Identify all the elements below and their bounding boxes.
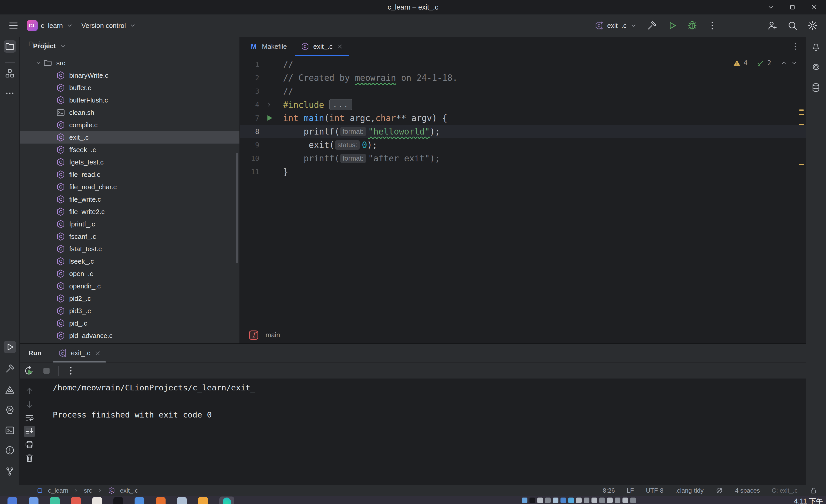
tree-item-pid2-c[interactable]: Cpid2_.c bbox=[20, 292, 239, 305]
run-config-status[interactable]: C: exit_.c bbox=[772, 487, 798, 494]
tray-icon-15[interactable] bbox=[630, 498, 636, 503]
dock-icon-file-manager[interactable] bbox=[29, 497, 39, 504]
close-tab-icon[interactable] bbox=[336, 43, 344, 50]
dock-icon-blue-panel-app[interactable] bbox=[134, 497, 144, 504]
tool-strip-more-tool-windows-button[interactable] bbox=[4, 87, 16, 100]
more-actions-icon[interactable] bbox=[707, 20, 718, 31]
tab-makefile[interactable]: M Makefile bbox=[242, 37, 294, 56]
code-line-10[interactable]: 10 printf(format:"after exit"); bbox=[240, 151, 806, 165]
code-line-11[interactable]: 11} bbox=[240, 165, 806, 178]
minimize-icon[interactable] bbox=[767, 3, 775, 11]
console-next-occurrence-button[interactable] bbox=[24, 399, 35, 410]
tree-item-src[interactable]: src bbox=[20, 57, 239, 69]
run-config-selector[interactable]: C exit_.c bbox=[594, 20, 638, 31]
rerun-icon[interactable] bbox=[23, 365, 35, 376]
code-line-2[interactable]: 2// Created by meowrain on 24-1-18. bbox=[240, 71, 806, 84]
tool-strip-project-button[interactable] bbox=[4, 40, 16, 53]
tray-icon-14[interactable] bbox=[623, 498, 628, 503]
tool-strip-problems-button[interactable] bbox=[4, 444, 16, 456]
console-prev-occurrence-button[interactable] bbox=[24, 385, 35, 396]
tree-item-clean-sh[interactable]: clean.sh bbox=[20, 106, 239, 119]
tool-strip-version-control-button[interactable] bbox=[4, 465, 16, 478]
tree-item-file-read-c[interactable]: Cfile_read.c bbox=[20, 168, 239, 181]
code-line-1[interactable]: 1// bbox=[240, 58, 806, 71]
code-text[interactable]: // bbox=[283, 86, 293, 96]
system-clock[interactable]: 4:11 下午 bbox=[794, 497, 823, 504]
tool-strip-notifications-button[interactable] bbox=[810, 40, 822, 53]
breadcrumb-file[interactable]: exit_.c bbox=[120, 487, 138, 494]
warning-stripe[interactable] bbox=[799, 110, 804, 111]
build-icon[interactable] bbox=[646, 20, 658, 31]
code-editor[interactable]: 1//2// Created by meowrain on 24-1-18.3/… bbox=[240, 56, 806, 327]
file-encoding[interactable]: UTF-8 bbox=[646, 487, 663, 494]
prev-problem-icon[interactable] bbox=[780, 59, 788, 67]
console-output[interactable]: /home/meowrain/CLionProjects/c_learn/exi… bbox=[39, 379, 255, 485]
tray-icon-11[interactable] bbox=[599, 498, 605, 503]
settings-icon[interactable] bbox=[807, 20, 818, 31]
tree-item-bufferFlush-c[interactable]: CbufferFlush.c bbox=[20, 94, 239, 106]
tray-icon-7[interactable] bbox=[568, 498, 574, 503]
code-text[interactable]: int main(int argc,char** argv) { bbox=[283, 113, 447, 123]
code-line-7[interactable]: 7int main(int argc,char** argv) { bbox=[240, 111, 806, 125]
dock-icon-editor-app[interactable] bbox=[92, 497, 102, 504]
unlock-icon[interactable] bbox=[810, 487, 817, 494]
run-panel-title[interactable]: Run bbox=[28, 349, 42, 357]
dock-icon-teal-egg-app[interactable] bbox=[50, 497, 60, 504]
vcs-widget[interactable]: Version control bbox=[81, 22, 137, 30]
code-with-me-icon[interactable] bbox=[767, 20, 778, 31]
tree-item-ffseek-c[interactable]: Cffseek_.c bbox=[20, 143, 239, 156]
tray-icon-2[interactable] bbox=[529, 498, 535, 503]
tree-item-fgets-test-c[interactable]: Cfgets_test.c bbox=[20, 156, 239, 168]
dock-icon-chrome[interactable] bbox=[71, 497, 81, 504]
tray-icon-3[interactable] bbox=[537, 498, 543, 503]
tool-strip-database-button[interactable] bbox=[810, 81, 822, 94]
code-text[interactable]: #include ... bbox=[283, 99, 352, 110]
breadcrumb-src[interactable]: src bbox=[84, 487, 92, 494]
project-scrollbar[interactable] bbox=[236, 153, 238, 263]
code-text[interactable]: _exit(status:0); bbox=[283, 140, 377, 150]
tab-exit-c[interactable]: C exit_.c bbox=[294, 37, 350, 56]
tool-strip-structure-button[interactable] bbox=[4, 67, 16, 79]
tree-item-file-write-c[interactable]: Cfile_write.c bbox=[20, 193, 239, 205]
warning-stripe[interactable] bbox=[799, 164, 804, 165]
tree-item-pid-c[interactable]: Cpid_.c bbox=[20, 317, 239, 329]
tray-icon-10[interactable] bbox=[591, 498, 597, 503]
function-name[interactable]: main bbox=[266, 331, 280, 339]
dock-icon-character-app[interactable] bbox=[177, 497, 187, 504]
dock-icon-window-switcher[interactable] bbox=[7, 497, 17, 504]
tray-icon-6[interactable] bbox=[560, 498, 566, 503]
tool-strip-ai-assistant-button[interactable] bbox=[810, 61, 822, 73]
tree-item-file-read-char-c[interactable]: Cfile_read_char.c bbox=[20, 181, 239, 193]
breadcrumb-project[interactable]: c_learn bbox=[48, 487, 68, 494]
code-line-4[interactable]: 4#include ... bbox=[240, 98, 806, 111]
main-menu-icon[interactable] bbox=[8, 20, 19, 31]
inspections-widget[interactable]: 4 2 bbox=[733, 59, 798, 67]
tree-item-open-c[interactable]: Copen_.c bbox=[20, 267, 239, 280]
line-separator[interactable]: LF bbox=[627, 487, 634, 494]
highlighting-level-icon[interactable] bbox=[715, 487, 723, 494]
console-clear-all-button[interactable] bbox=[24, 453, 35, 464]
tree-item-pid3-c[interactable]: Cpid3_.c bbox=[20, 305, 239, 317]
project-widget[interactable]: CL c_learn bbox=[27, 20, 74, 31]
search-icon[interactable] bbox=[787, 20, 798, 31]
console-soft-wrap-button[interactable] bbox=[24, 412, 35, 424]
tray-icon-5[interactable] bbox=[553, 498, 558, 503]
tray-icon-13[interactable] bbox=[615, 498, 621, 503]
tray-icon-9[interactable] bbox=[584, 498, 589, 503]
tree-item-fprintf-c[interactable]: Cfprintf_.c bbox=[20, 218, 239, 230]
code-text[interactable]: } bbox=[283, 167, 288, 177]
code-line-8[interactable]: 8 printf(format:"helloworld"); bbox=[240, 125, 806, 138]
tree-item-lseek-c[interactable]: Clseek_.c bbox=[20, 255, 239, 267]
close-window-icon[interactable] bbox=[810, 3, 818, 11]
close-run-tab-icon[interactable] bbox=[94, 350, 101, 357]
indent-setting[interactable]: 4 spaces bbox=[735, 487, 760, 494]
next-problem-icon[interactable] bbox=[790, 59, 798, 67]
tool-strip-services-button[interactable] bbox=[4, 403, 16, 416]
code-text[interactable]: // Created by meowrain on 24-1-18. bbox=[283, 73, 458, 83]
tray-icon-4[interactable] bbox=[545, 498, 551, 503]
tree-item-pid-advance-c[interactable]: Cpid_advance.c bbox=[20, 329, 239, 342]
expander-icon[interactable] bbox=[34, 59, 43, 67]
tool-strip-build-problems-button[interactable] bbox=[4, 384, 16, 396]
warning-stripe[interactable] bbox=[799, 124, 804, 125]
code-line-3[interactable]: 3// bbox=[240, 84, 806, 98]
